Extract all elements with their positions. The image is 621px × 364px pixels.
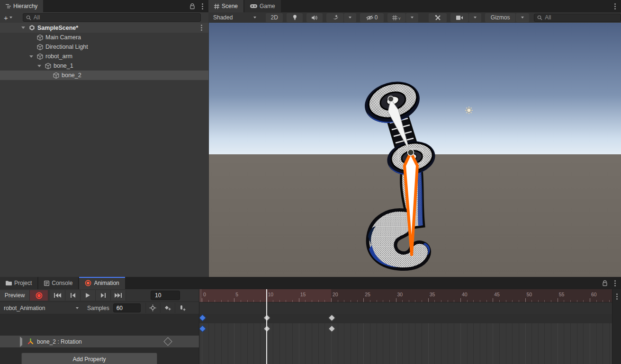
scene-lighting-button[interactable]	[287, 13, 303, 22]
hierarchy-toolbar: + All	[0, 12, 208, 23]
keying-filter-button[interactable]	[145, 303, 160, 313]
hierarchy-search-placeholder: All	[34, 14, 40, 21]
scene-row-menu-icon[interactable]	[199, 25, 204, 31]
tab-hierarchy[interactable]: Hierarchy	[0, 0, 43, 12]
property-keyframe-toggle-icon[interactable]	[163, 337, 172, 346]
tab-project[interactable]: Project	[0, 277, 37, 289]
add-event-button[interactable]	[175, 303, 189, 313]
go-to-last-frame-button[interactable]	[111, 290, 126, 301]
cube-icon	[44, 63, 52, 69]
current-frame-field[interactable]: 10	[151, 291, 180, 300]
grid-line	[531, 335, 532, 364]
playhead[interactable]	[266, 289, 267, 364]
keyframe-summary-frame-0[interactable]	[199, 314, 206, 322]
expander-icon[interactable]	[29, 55, 33, 58]
preview-toggle-button[interactable]: Preview	[0, 290, 30, 301]
summary-track[interactable]	[199, 314, 612, 324]
add-property-button[interactable]: Add Property	[21, 353, 157, 364]
scene-visibility-button[interactable]: 0	[360, 13, 384, 22]
ruler-tick	[370, 300, 370, 302]
scene-search-input[interactable]: All	[534, 14, 621, 22]
scene-menu-icon[interactable]	[612, 3, 617, 9]
timeline-ruler[interactable]: 051015202530354045505560	[199, 289, 612, 302]
tab-scene[interactable]: Scene	[208, 0, 243, 12]
grid-line	[273, 335, 273, 364]
scene-audio-button[interactable]	[306, 13, 323, 22]
grid-line	[577, 335, 577, 364]
prev-frame-icon	[71, 293, 75, 298]
draw-mode-dropdown[interactable]: Shaded	[210, 13, 259, 22]
property-row-bone2-rotation[interactable]: bone_2 : Rotation	[0, 336, 199, 348]
tab-console[interactable]: Console	[38, 277, 78, 289]
lock-icon[interactable]	[189, 3, 195, 9]
grid-line	[215, 323, 215, 335]
timeline-menu-icon[interactable]	[615, 293, 620, 300]
keyframe-bone_2-rotation-frame-20[interactable]	[328, 325, 335, 333]
hierarchy-icon	[6, 4, 11, 9]
scene-camera-button[interactable]	[450, 13, 468, 22]
grid-line	[460, 323, 461, 335]
grid-line	[544, 335, 545, 364]
ruler-tick	[570, 300, 571, 302]
record-button[interactable]	[30, 290, 48, 301]
hierarchy-item-samplescene-[interactable]: SampleScene*	[0, 23, 208, 33]
add-keyframe-button[interactable]	[160, 303, 175, 313]
first-frame-icon	[54, 293, 61, 298]
next-frame-button[interactable]	[96, 290, 111, 301]
keyframe-summary-frame-20[interactable]	[328, 314, 335, 322]
bone2-rotation-track[interactable]	[199, 323, 612, 336]
hierarchy-item-robot-arm[interactable]: robot_arm	[0, 52, 208, 61]
previous-frame-button[interactable]	[65, 290, 81, 301]
gizmos-dropdown[interactable]: Gizmos	[485, 13, 515, 22]
scene-grid-button[interactable]: Y	[387, 13, 405, 22]
property-expander-icon[interactable]	[20, 337, 22, 347]
animation-window-menu-icon[interactable]	[612, 280, 617, 286]
animation-timeline[interactable]: 051015202530354045505560	[199, 289, 612, 364]
ruler-tick	[512, 300, 513, 302]
expander-icon[interactable]	[37, 65, 41, 67]
keyframe-bone_2-rotation-frame-0[interactable]	[199, 325, 206, 333]
animation-clip-dropdown[interactable]: robot_Animation	[0, 302, 82, 314]
create-dropdown-icon	[9, 17, 12, 18]
tab-game[interactable]: Game	[244, 0, 281, 12]
scene-tools-button[interactable]	[429, 13, 447, 22]
ruler-tick	[253, 300, 254, 302]
ruler-tick	[357, 300, 358, 302]
grid-line	[357, 323, 358, 335]
scene-effects-button[interactable]	[326, 13, 343, 22]
hierarchy-menu-icon[interactable]	[200, 3, 205, 9]
grid-line	[499, 335, 500, 364]
grid-dropdown-arrow[interactable]	[406, 13, 418, 22]
keyframe-bone_2-rotation-frame-10[interactable]	[263, 325, 271, 333]
record-icon	[36, 292, 43, 299]
effects-dropdown-arrow[interactable]	[344, 13, 356, 22]
go-to-first-frame-button[interactable]	[50, 290, 65, 301]
keyframe-summary-frame-10[interactable]	[263, 314, 271, 322]
lock-icon[interactable]	[602, 280, 608, 286]
play-button[interactable]	[81, 290, 96, 301]
grid-line	[551, 335, 551, 364]
hierarchy-item-bone-1[interactable]: bone_1	[0, 61, 208, 71]
create-object-button[interactable]: +	[0, 14, 16, 22]
hierarchy-item-main-camera[interactable]: Main Camera	[0, 33, 208, 42]
grid-line	[331, 335, 332, 364]
tab-animation[interactable]: Animation	[79, 277, 125, 289]
toggle-2d-button[interactable]: 2D	[266, 13, 283, 22]
hierarchy-rows: SampleScene*Main CameraDirectional Light…	[0, 23, 208, 277]
ruler-tick	[292, 300, 293, 302]
grid-line	[357, 335, 358, 364]
hierarchy-item-bone-2[interactable]: bone_2	[0, 71, 208, 80]
grid-line	[519, 335, 519, 364]
ruler-tick	[221, 300, 222, 302]
dopesheet-grid[interactable]	[199, 335, 612, 364]
gizmos-dropdown-arrow[interactable]	[516, 13, 529, 22]
light-gizmo-icon[interactable]	[465, 107, 473, 114]
ruler-frame-label: 35	[430, 292, 435, 297]
hierarchy-search-input[interactable]: All	[23, 13, 201, 22]
samples-field[interactable]: 60	[113, 303, 141, 312]
scene-viewport[interactable]	[209, 23, 621, 277]
tab-scene-label: Scene	[222, 3, 238, 9]
expander-icon[interactable]	[21, 27, 25, 29]
hierarchy-item-directional-light[interactable]: Directional Light	[0, 42, 208, 52]
camera-dropdown-arrow[interactable]	[469, 13, 481, 22]
